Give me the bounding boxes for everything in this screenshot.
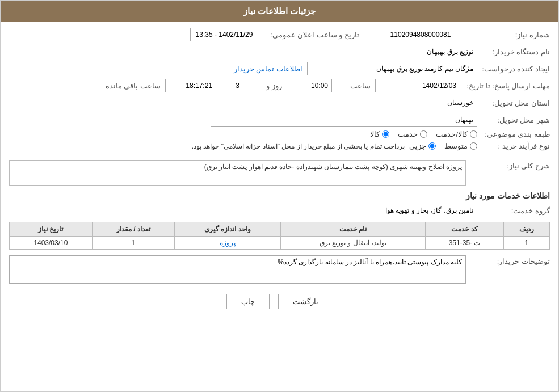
print-button[interactable]: چاپ: [226, 294, 270, 309]
khadamat-title: اطلاعات خدمات مورد نیاز: [9, 191, 550, 200]
row-sharh: شرح کلی نیاز: پروژه اصلاح وبهینه شهری (ک…: [9, 160, 550, 186]
col-code: کد خدمت: [426, 222, 503, 237]
dastgah-value[interactable]: [211, 45, 477, 58]
tawsiyat-label: توضیحات خریدار:: [470, 255, 550, 265]
page-title: جزئیات اطلاعات نیاز: [243, 6, 316, 16]
col-tarikh: تاریخ نیاز: [10, 222, 93, 237]
tawsiyat-content[interactable]: کلیه مدارک پیوستی تایید،همراه با آنالیز …: [9, 255, 466, 285]
shomara-label: شماره نیاز:: [482, 31, 550, 39]
radio-motavaset-item[interactable]: متوسط: [444, 142, 477, 150]
row-dastgah: نام دستگاه خریدار:: [9, 45, 550, 58]
radio-motavaset[interactable]: [470, 142, 477, 150]
services-table-section: ردیف کد خدمت نام خدمت واحد اندازه گیری ت…: [9, 222, 550, 250]
row-farband: نوع فرآیند خرید : متوسط جزیی پرداخت تمام…: [9, 142, 550, 150]
cell-radif: 1: [503, 237, 549, 250]
dastgah-label: نام دستگاه خریدار:: [482, 48, 550, 56]
mohlat-label: مهلت ارسال پاسخ: تا تاریخ:: [465, 82, 550, 90]
table-row: 1 ت -35-351 تولید، انتقال و توزیع برق پر…: [10, 237, 550, 250]
cell-unit: پروژه: [175, 237, 280, 250]
shomara-value[interactable]: [364, 28, 477, 41]
row-shomara: شماره نیاز: تاریخ و ساعت اعلان عمومی:: [9, 28, 550, 41]
row-shahr: شهر محل تحویل:: [9, 113, 550, 127]
radio-kala-item[interactable]: کالا: [370, 130, 389, 138]
radio-kala-khedmat-item[interactable]: کالا/خدمت: [436, 130, 477, 138]
row-goroh: گروه خدمت:: [9, 204, 550, 217]
col-unit: واحد اندازه گیری: [175, 222, 280, 237]
sharh-content: پروژه اصلاح وبهینه شهری (کوچه پشت بیمارس…: [9, 160, 466, 186]
button-group: بازگشت چاپ: [9, 294, 550, 309]
cell-tarikh: 1403/03/10: [10, 237, 93, 250]
roz-value[interactable]: [221, 79, 243, 92]
farband-radios: متوسط جزیی: [409, 142, 477, 150]
shahr-label: شهر محل تحویل:: [482, 116, 550, 124]
row-mohlat: مهلت ارسال پاسخ: تا تاریخ: ساعت روز و سا…: [9, 79, 550, 92]
services-table: ردیف کد خدمت نام خدمت واحد اندازه گیری ت…: [9, 222, 550, 250]
radio-jozyi-label: جزیی: [409, 142, 426, 150]
col-tedad: تعداد / مقدار: [92, 222, 175, 237]
table-header-row: ردیف کد خدمت نام خدمت واحد اندازه گیری ت…: [10, 222, 550, 237]
radio-kala-label: کالا: [370, 130, 380, 138]
tarikh-value[interactable]: [190, 28, 258, 41]
ostan-value[interactable]: [211, 96, 477, 109]
saat-label: ساعت: [337, 82, 371, 90]
tabagheh-radios: کالا/خدمت خدمت کالا: [370, 130, 477, 138]
row-ejad: ایجاد کننده درخواست: اطلاعات تماس خریدار: [9, 62, 550, 75]
saat-value[interactable]: [287, 79, 332, 92]
row-tabagheh: طبقه بندی موضوعی: کالا/خدمت خدمت کالا: [9, 130, 550, 138]
ejad-label: ایجاد کننده درخواست:: [482, 65, 550, 73]
row-tawsiyat: توضیحات خریدار: کلیه مدارک پیوستی تایید،…: [9, 255, 550, 285]
roz-label: روز و: [248, 82, 282, 90]
cell-code: ت -35-351: [426, 237, 503, 250]
col-name: نام خدمت: [280, 222, 426, 237]
time-value[interactable]: [165, 79, 216, 92]
radio-khedmat-label: خدمت: [398, 130, 418, 138]
radio-jozyi-item[interactable]: جزیی: [409, 142, 436, 150]
radio-khedmat-item[interactable]: خدمت: [398, 130, 427, 138]
radio-kala[interactable]: [382, 130, 389, 138]
radio-khedmat[interactable]: [420, 130, 427, 138]
ostan-label: استان محل تحویل:: [482, 99, 550, 107]
ejad-value[interactable]: [307, 62, 477, 75]
cell-tedad: 1: [92, 237, 175, 250]
shahr-value[interactable]: [211, 113, 477, 127]
page-header: جزئیات اطلاعات نیاز: [1, 1, 558, 22]
sharh-label: شرح کلی نیاز:: [470, 160, 550, 170]
cell-name: تولید، انتقال و توزیع برق: [280, 237, 426, 250]
radio-motavaset-label: متوسط: [444, 142, 468, 150]
farband-note: پرداخت تمام یا بخشی از مبلغ خریدار از مح…: [9, 142, 405, 150]
goroh-value[interactable]: [211, 204, 477, 217]
tawsiyat-textarea[interactable]: کلیه مدارک پیوستی تایید،همراه با آنالیز …: [9, 255, 466, 284]
sharh-value: پروژه اصلاح وبهینه شهری (کوچه پشت بیمارس…: [9, 160, 466, 186]
radio-kala-khedmat[interactable]: [470, 130, 477, 138]
row-ostan: استان محل تحویل:: [9, 96, 550, 109]
ejad-link[interactable]: اطلاعات تماس خریدار: [234, 65, 302, 73]
col-radif: ردیف: [503, 222, 549, 237]
goroh-label: گروه خدمت:: [482, 206, 550, 215]
baghi-label: ساعت باقی مانده: [93, 82, 161, 90]
date1-value[interactable]: [375, 79, 460, 92]
farband-label: نوع فرآیند خرید :: [482, 142, 550, 150]
radio-jozyi[interactable]: [428, 142, 436, 150]
back-button[interactable]: بازگشت: [278, 294, 333, 309]
tarikh-label: تاریخ و ساعت اعلان عمومی:: [263, 31, 359, 39]
radio-kala-khedmat-label: کالا/خدمت: [436, 130, 468, 138]
tabagheh-label: طبقه بندی موضوعی:: [482, 130, 550, 138]
